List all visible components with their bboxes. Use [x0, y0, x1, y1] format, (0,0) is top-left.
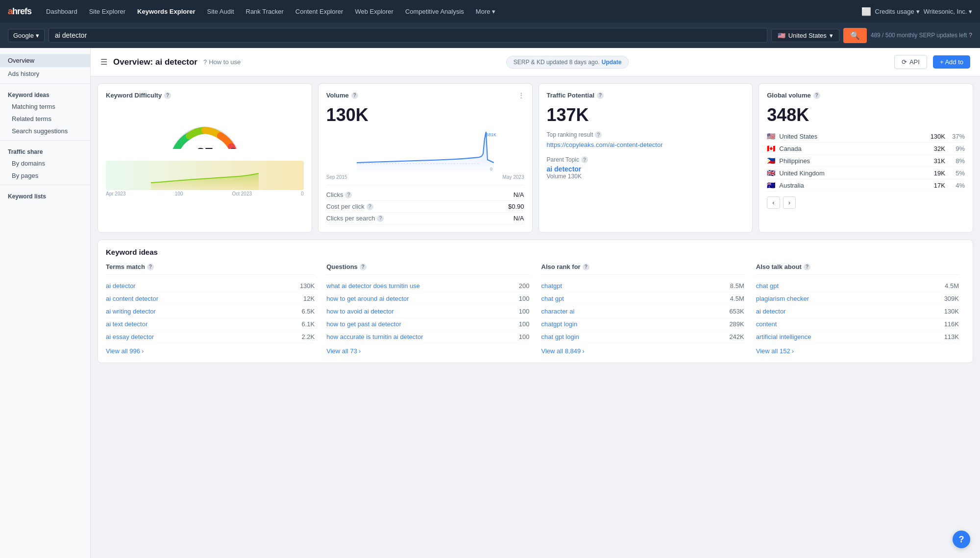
search-input[interactable]: [49, 28, 767, 43]
ki-row-q-1: how to get around ai detector 100: [326, 292, 529, 305]
sidebar-item-related-terms[interactable]: Related terms: [0, 113, 90, 125]
ki-row-ar-4: chat gpt login 242K: [541, 331, 744, 343]
how-to-use-link[interactable]: ? How to use: [203, 58, 241, 66]
ki-link-q-1[interactable]: how to get around ai detector: [326, 295, 409, 302]
credits-usage-btn[interactable]: Credits usage ▾: [875, 8, 920, 15]
nav-web-explorer[interactable]: Web Explorer: [350, 6, 398, 17]
sidebar-item-ads-history[interactable]: Ads history: [0, 67, 90, 80]
ki-row-q-2: how to avoid ai detector 100: [326, 305, 529, 318]
sidebar-item-overview[interactable]: Overview: [0, 54, 90, 67]
stat-cpc: Cost per click ? $0.90: [326, 201, 524, 213]
ki-link-q-3[interactable]: how to get past ai detector: [326, 320, 401, 328]
nav-more[interactable]: More ▾: [471, 6, 500, 17]
sidebar-item-by-pages[interactable]: By pages: [0, 170, 90, 182]
user-menu[interactable]: Writesonic, Inc. ▾: [924, 8, 972, 15]
gv-pct-us: 37%: [949, 133, 965, 140]
ki-link-at-4[interactable]: artificial intelligence: [756, 333, 811, 340]
tp-parent-help-icon[interactable]: ?: [581, 156, 588, 163]
gv-prev-button[interactable]: ‹: [767, 196, 780, 209]
ki-val-ar-4: 242K: [729, 333, 744, 340]
help-bubble[interactable]: ?: [953, 531, 970, 548]
top-nav: ahrefs Dashboard Site Explorer Keywords …: [0, 0, 980, 23]
nav-rank-tracker[interactable]: Rank Tracker: [241, 6, 289, 17]
ki-val-q-3: 100: [519, 320, 530, 328]
serp-update-banner: SERP & KD updated 8 days ago. Update: [506, 56, 629, 69]
ki-link-tm-2[interactable]: ai writing detector: [106, 308, 156, 315]
sidebar-item-matching-terms[interactable]: Matching terms: [0, 100, 90, 113]
ki-view-all-terms-match[interactable]: View all 996 ›: [106, 347, 315, 355]
hamburger-icon[interactable]: ☰: [100, 57, 107, 67]
ki-link-ar-1[interactable]: chat gpt: [541, 295, 564, 302]
svg-text:0: 0: [490, 167, 492, 171]
cpc-help-icon[interactable]: ?: [367, 203, 373, 210]
gv-pct-ca: 9%: [949, 145, 965, 152]
ki-view-all-questions[interactable]: View all 73 ›: [326, 347, 529, 355]
tp-parent-topic-link[interactable]: ai detector: [547, 165, 582, 173]
ki-link-q-0[interactable]: what ai detector does turnitin use: [326, 282, 420, 290]
ki-link-tm-4[interactable]: ai essay detector: [106, 333, 154, 340]
kd-mini-chart: [106, 161, 304, 190]
ki-header-terms-match: Terms match ?: [106, 263, 315, 275]
kd-help-icon[interactable]: ?: [164, 92, 171, 99]
tp-help-icon[interactable]: ?: [597, 92, 604, 99]
ki-link-at-1[interactable]: plagiarism checker: [756, 295, 809, 302]
cps-help-icon[interactable]: ?: [377, 215, 384, 222]
gv-row-au: 🇦🇺 Australia 17K 4%: [767, 179, 965, 192]
ki-also-rank-help-icon[interactable]: ?: [583, 264, 589, 270]
gv-row-gb: 🇬🇧 United Kingdom 19K 5%: [767, 167, 965, 179]
nav-dashboard[interactable]: Dashboard: [41, 6, 82, 17]
ki-link-q-4[interactable]: how accurate is turnitin ai detector: [326, 333, 423, 340]
nav-keywords-explorer[interactable]: Keywords Explorer: [132, 6, 200, 17]
gv-country-ca: Canada: [779, 145, 922, 152]
ki-also-talk-help-icon[interactable]: ?: [804, 264, 810, 270]
ki-row-tm-3: ai text detector 6.1K: [106, 318, 315, 331]
country-selector[interactable]: 🇺🇸 United States ▾: [771, 29, 839, 42]
api-button[interactable]: ⟳ API: [894, 55, 927, 69]
ki-view-all-also-talk-about[interactable]: View all 152 ›: [756, 347, 959, 355]
ki-link-tm-1[interactable]: ai content detector: [106, 295, 158, 302]
tp-top-ranking-url[interactable]: https://copyleaks.com/ai-content-detecto…: [547, 141, 745, 148]
ki-terms-help-icon[interactable]: ?: [147, 264, 154, 270]
search-button[interactable]: 🔍: [843, 28, 867, 43]
volume-menu-icon[interactable]: ⋮: [518, 92, 524, 99]
sidebar-section-traffic-share: Traffic share: [0, 144, 90, 157]
gv-row-us: 🇺🇸 United States 130K 37%: [767, 130, 965, 143]
nav-site-explorer[interactable]: Site Explorer: [84, 6, 130, 17]
gv-card-title: Global volume ?: [767, 92, 965, 99]
ki-questions-help-icon[interactable]: ?: [360, 264, 367, 270]
tp-top-ranking-label: Top ranking result ?: [547, 131, 745, 138]
sidebar-item-search-suggestions[interactable]: Search suggestions: [0, 125, 90, 137]
ki-link-at-0[interactable]: chat gpt: [756, 282, 779, 290]
gv-value: 348K: [767, 105, 965, 125]
ki-link-ar-3[interactable]: chatgpt login: [541, 320, 578, 328]
serp-update-link[interactable]: Update: [602, 59, 622, 66]
tp-ranking-help-icon[interactable]: ?: [595, 131, 602, 138]
ki-link-ar-0[interactable]: chatgpt: [541, 282, 563, 290]
sidebar-item-by-domains[interactable]: By domains: [0, 157, 90, 170]
ki-view-all-also-rank-for[interactable]: View all 8,849 ›: [541, 347, 744, 355]
ki-link-tm-3[interactable]: ai text detector: [106, 320, 147, 328]
monitor-icon[interactable]: ⬜: [861, 7, 871, 16]
gv-flag-ph: 🇵🇭: [767, 157, 775, 165]
ki-link-ar-4[interactable]: chat gpt login: [541, 333, 579, 340]
nav-site-audit[interactable]: Site Audit: [202, 6, 239, 17]
gv-next-button[interactable]: ›: [783, 196, 796, 209]
nav-competitive-analysis[interactable]: Competitive Analysis: [400, 6, 469, 17]
search-engine-selector[interactable]: Google ▾: [8, 29, 45, 42]
ki-val-at-4: 113K: [944, 333, 959, 340]
ki-link-tm-0[interactable]: ai detector: [106, 282, 136, 290]
ki-link-q-2[interactable]: how to avoid ai detector: [326, 308, 393, 315]
gv-flag-au: 🇦🇺: [767, 181, 775, 189]
nav-content-explorer[interactable]: Content Explorer: [291, 6, 348, 17]
gv-vol-us: 130K: [926, 133, 945, 140]
volume-help-icon[interactable]: ?: [351, 92, 358, 99]
ki-link-at-3[interactable]: content: [756, 320, 777, 328]
add-to-button[interactable]: + Add to: [933, 55, 970, 69]
gv-help-icon[interactable]: ?: [813, 92, 820, 99]
tp-value: 137K: [547, 105, 745, 125]
ki-link-at-2[interactable]: ai detector: [756, 308, 786, 315]
clicks-help-icon[interactable]: ?: [345, 192, 352, 198]
logo[interactable]: ahrefs: [8, 6, 31, 17]
ki-link-ar-2[interactable]: character ai: [541, 308, 575, 315]
ki-val-q-2: 100: [519, 308, 530, 315]
